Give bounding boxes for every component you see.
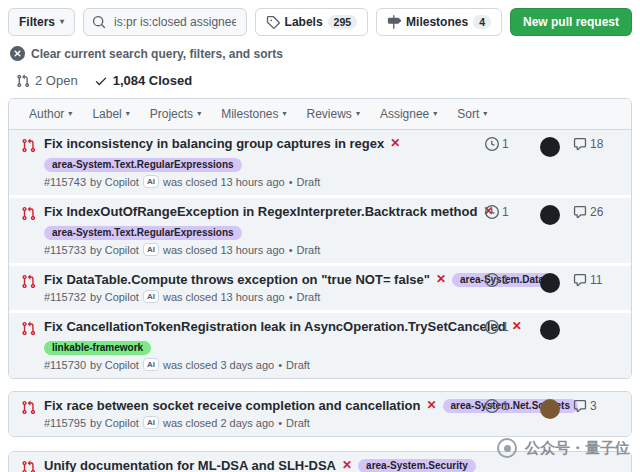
pr-row: Fix IndexOutOfRangeException in RegexInt… — [9, 195, 631, 263]
milestones-button[interactable]: Milestones 4 — [376, 8, 502, 36]
ai-badge: AI — [143, 243, 159, 256]
chevron-down-icon: ▾ — [283, 110, 287, 118]
clock-icon — [485, 320, 499, 334]
ai-badge: AI — [143, 416, 159, 429]
comment-icon — [573, 137, 587, 151]
pr-title-link[interactable]: Fix IndexOutOfRangeException in RegexInt… — [44, 204, 477, 219]
closed-count-label: 1,084 Closed — [113, 73, 193, 88]
filter-projects[interactable]: Projects▾ — [150, 107, 201, 121]
closed-pull-request-icon — [21, 206, 36, 221]
review-count[interactable]: 1 — [485, 320, 527, 334]
comment-icon — [573, 273, 587, 287]
filter-label[interactable]: Label▾ — [92, 107, 129, 121]
search-box[interactable] — [83, 8, 247, 36]
pull-request-icon — [16, 74, 30, 88]
toolbar: Filters ▾ Labels 295 Milestones 4 New pu… — [0, 0, 640, 36]
closed-pull-request-icon — [21, 400, 36, 415]
comment-count[interactable]: 26 — [573, 205, 615, 219]
pr-list-secondary: Fix race between socket receive completi… — [8, 391, 632, 437]
review-count[interactable]: 1 — [485, 137, 527, 151]
comment-count[interactable]: 3 — [573, 399, 615, 413]
ai-badge: AI — [143, 290, 159, 303]
labels-button-label: Labels — [285, 15, 323, 29]
closed-count-link[interactable]: 1,084 Closed — [94, 73, 193, 88]
labels-button[interactable]: Labels 295 — [255, 8, 369, 36]
open-count-label: 2 Open — [35, 73, 78, 88]
closed-pull-request-icon — [21, 460, 36, 472]
clear-filters-link[interactable]: Clear current search query, filters, and… — [10, 46, 640, 61]
clock-icon — [485, 273, 499, 287]
closed-x-mark: ✕ — [342, 458, 352, 472]
closed-x-mark: ✕ — [426, 398, 436, 413]
clock-icon — [485, 399, 499, 413]
avatar[interactable] — [540, 205, 560, 225]
search-icon — [92, 15, 106, 29]
dot-separator: • — [289, 244, 293, 256]
watermark: 公众号・量子位 — [497, 438, 630, 458]
check-icon — [94, 74, 108, 88]
pr-title-link[interactable]: Fix CancellationTokenRegistration leak i… — [44, 319, 506, 334]
closed-pull-request-icon — [21, 321, 36, 336]
pr-author-link[interactable]: by Copilot — [90, 244, 139, 256]
pr-number: #115743 — [44, 176, 86, 188]
chevron-down-icon: ▾ — [60, 18, 64, 26]
comment-count[interactable]: 18 — [573, 137, 615, 151]
pr-author-link[interactable]: by Copilot — [90, 417, 139, 429]
avatar[interactable] — [540, 399, 560, 419]
closed-time: was closed 13 hours ago — [163, 244, 285, 256]
draft-indicator: Draft — [286, 359, 310, 371]
filters-button[interactable]: Filters ▾ — [8, 8, 75, 36]
review-count[interactable]: 1 — [485, 273, 527, 287]
chevron-down-icon: ▾ — [68, 110, 72, 118]
draft-indicator: Draft — [296, 291, 320, 303]
comment-count[interactable]: 11 — [573, 273, 615, 287]
avatar[interactable] — [540, 273, 560, 293]
filter-sort[interactable]: Sort▾ — [457, 107, 487, 121]
pr-number: #115730 — [44, 359, 86, 371]
pr-author-link[interactable]: by Copilot — [90, 359, 139, 371]
label-pill[interactable]: linkable-framework — [44, 341, 151, 355]
clock-icon — [485, 205, 499, 219]
issue-states: 2 Open 1,084 Closed — [16, 73, 640, 88]
chevron-down-icon: ▾ — [356, 110, 360, 118]
pr-author-link[interactable]: by Copilot — [90, 291, 139, 303]
review-count[interactable]: 1 — [485, 399, 527, 413]
open-count-link[interactable]: 2 Open — [16, 73, 78, 88]
review-count[interactable]: 1 — [485, 205, 527, 219]
avatar[interactable] — [540, 320, 560, 340]
label-pill[interactable]: area-System.Security — [358, 459, 476, 472]
pr-number: #115732 — [44, 291, 86, 303]
milestone-icon — [387, 15, 401, 29]
pr-author-link[interactable]: by Copilot — [90, 176, 139, 188]
closed-pull-request-icon — [21, 138, 36, 153]
watermark-logo-icon — [497, 438, 517, 458]
filter-assignee[interactable]: Assignee▾ — [380, 107, 437, 121]
pr-title-link[interactable]: Unify documentation for ML-DSA and SLH-D… — [44, 458, 336, 472]
label-pill[interactable]: area-System.Text.RegularExpressions — [44, 226, 242, 240]
closed-x-mark: ✕ — [436, 272, 446, 287]
avatar[interactable] — [540, 137, 560, 157]
filter-milestones[interactable]: Milestones▾ — [221, 107, 286, 121]
watermark-text: 公众号・量子位 — [525, 439, 630, 458]
pr-row: Fix CancellationTokenRegistration leak i… — [9, 310, 631, 378]
label-pill[interactable]: area-System.Text.RegularExpressions — [44, 158, 242, 172]
comment-icon — [573, 399, 587, 413]
new-pull-request-button[interactable]: New pull request — [510, 8, 632, 36]
search-input[interactable] — [112, 14, 238, 30]
pr-number: #115733 — [44, 244, 86, 256]
filter-reviews[interactable]: Reviews▾ — [307, 107, 360, 121]
dot-separator: • — [278, 417, 282, 429]
milestones-button-label: Milestones — [406, 15, 468, 29]
list-filter-bar: Author▾ Label▾ Projects▾ Milestones▾ Rev… — [9, 99, 631, 130]
pr-list: Author▾ Label▾ Projects▾ Milestones▾ Rev… — [8, 98, 632, 379]
pr-title-link[interactable]: Fix inconsistency in balancing group cap… — [44, 136, 384, 151]
closed-time: was closed 3 days ago — [163, 359, 274, 371]
clear-filters-label: Clear current search query, filters, and… — [31, 47, 283, 61]
pr-title-link[interactable]: Fix DataTable.Compute throws exception o… — [44, 272, 430, 287]
filter-author[interactable]: Author▾ — [29, 107, 72, 121]
pr-number: #115795 — [44, 417, 86, 429]
pr-row: Fix inconsistency in balancing group cap… — [9, 130, 631, 195]
pr-title-link[interactable]: Fix race between socket receive completi… — [44, 398, 420, 413]
draft-indicator: Draft — [296, 244, 320, 256]
chevron-down-icon: ▾ — [197, 110, 201, 118]
